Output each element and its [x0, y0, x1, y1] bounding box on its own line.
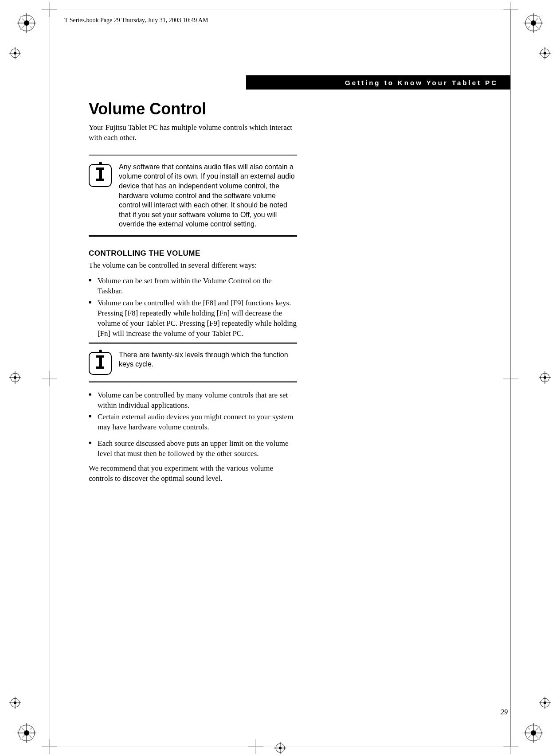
svg-point-33 [544, 376, 546, 379]
page-number: 29 [501, 708, 508, 716]
target-icon [274, 742, 286, 754]
list-item: Volume can be set from within the Volume… [89, 276, 297, 296]
svg-point-11 [14, 52, 16, 55]
target-icon [9, 697, 21, 709]
info-note-text: There are twenty-six levels through whic… [119, 350, 297, 369]
svg-point-53 [531, 730, 536, 736]
print-header: T Series.book Page 29 Thursday, July 31,… [64, 17, 208, 24]
section-header-tab: Getting to Know Your Tablet PC [246, 75, 510, 90]
list-item: Volume can be controlled by many volume … [89, 390, 297, 411]
target-icon [539, 47, 551, 59]
svg-point-41 [24, 730, 29, 736]
crop-mark-icon [248, 739, 263, 754]
svg-point-17 [531, 20, 536, 26]
svg-point-23 [544, 52, 546, 55]
list-item: Volume can be controlled with the [F8] a… [89, 298, 297, 339]
svg-point-47 [14, 701, 16, 704]
page-title: Volume Control [89, 100, 297, 118]
info-note-box: There are twenty-six levels through whic… [89, 343, 297, 382]
info-icon [89, 164, 112, 187]
section-header-text: Getting to Know Your Tablet PC [345, 79, 498, 86]
crop-mark-icon [503, 371, 518, 386]
svg-point-63 [279, 747, 282, 749]
crop-mark-icon [503, 2, 518, 17]
target-icon [9, 47, 21, 59]
svg-point-5 [24, 20, 29, 26]
registration-mark-icon [17, 13, 36, 33]
registration-mark-icon [524, 723, 543, 743]
crop-mark-icon [42, 371, 57, 386]
crop-mark-icon [42, 739, 57, 754]
list-item: Certain external audio devices you might… [89, 412, 297, 433]
closing-paragraph: We recommend that you experiment with th… [89, 464, 297, 484]
target-icon [9, 371, 21, 384]
crop-mark-icon [42, 2, 57, 17]
svg-point-59 [544, 701, 546, 704]
subheading: CONTROLLING THE VOLUME [89, 249, 297, 258]
info-icon [89, 352, 112, 375]
crop-mark-icon [503, 739, 518, 754]
lead-paragraph: The volume can be controlled in several … [89, 261, 297, 271]
list-item: Each source discussed above puts an uppe… [89, 439, 297, 459]
info-note-box: Any software that contains audio files w… [89, 155, 297, 237]
target-icon [539, 371, 551, 384]
bullet-list-b: Volume can be controlled by many volume … [89, 390, 297, 433]
bullet-list-a: Volume can be set from within the Volume… [89, 276, 297, 339]
content-column: Volume Control Your Fujitsu Tablet PC ha… [89, 100, 297, 489]
registration-mark-icon [524, 13, 543, 33]
info-note-text: Any software that contains audio files w… [119, 162, 297, 229]
bullet-list-c: Each source discussed above puts an uppe… [89, 439, 297, 459]
svg-point-27 [14, 376, 16, 379]
intro-paragraph: Your Fujitsu Tablet PC has multiple volu… [89, 123, 297, 143]
registration-mark-icon [17, 723, 36, 743]
target-icon [539, 697, 551, 709]
